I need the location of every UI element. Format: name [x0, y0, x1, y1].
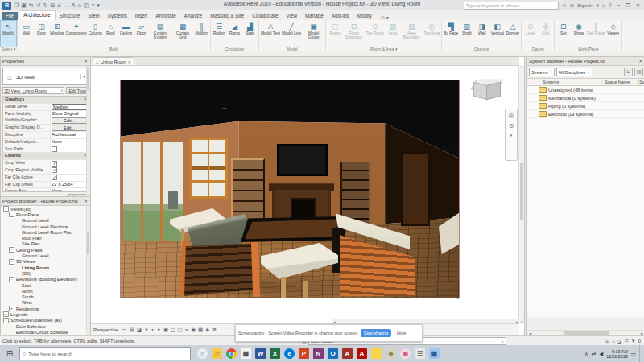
dormer-button[interactable]: △ Dormer	[505, 21, 520, 47]
render-region-icon[interactable]: ▣	[163, 325, 168, 334]
ramp-button[interactable]: ◢ Ramp	[227, 21, 242, 47]
minimize-button[interactable]: ─	[614, 2, 622, 8]
signin-dropdown-icon[interactable]: ▾	[596, 2, 598, 9]
ribbon-display-toggle-icon[interactable]: ⊙ ▾	[381, 14, 389, 20]
tab-add-ins[interactable]: Add-Ins	[328, 12, 353, 20]
settings-icon[interactable]: ☰	[415, 348, 425, 359]
calculator-icon[interactable]: ▦	[241, 348, 251, 359]
patio-chair[interactable]	[168, 191, 178, 209]
show-work-plane-button[interactable]: ◉ Show	[571, 21, 586, 47]
help-icon[interactable]: ?	[609, 2, 612, 9]
network-icon[interactable]: ⇄	[592, 351, 596, 357]
vertical-scrollbar[interactable]: ▲▼	[518, 65, 524, 324]
sun-path-icon[interactable]: ☀	[144, 325, 149, 334]
tree-ceiling-plans[interactable]: - Ceiling Plans	[1, 247, 90, 253]
tab-insert[interactable]: Insert	[131, 12, 152, 20]
show-desktop-button[interactable]	[639, 345, 642, 362]
app-store-icon[interactable]: ⌂	[602, 2, 605, 9]
tree-item[interactable]: Ground Level	[1, 218, 90, 224]
wall-opening-button[interactable]: ◨ Wall	[474, 21, 489, 47]
system-row-mechanical[interactable]: Mechanical (0 systems)	[527, 94, 644, 102]
roof-button[interactable]: ⌂ Roof	[103, 21, 118, 47]
tree-item[interactable]: Ground Level Room Plan	[1, 229, 90, 235]
type-selector[interactable]: ⌂ 3D View ▼	[2, 68, 89, 85]
access-icon[interactable]: A	[342, 348, 353, 359]
tree-item[interactable]: + Legends	[1, 311, 90, 317]
tab-collaborate[interactable]: Collaborate	[248, 12, 282, 20]
wall-button[interactable]: ▭ Wall	[19, 21, 34, 47]
select-links-icon[interactable]: ⊞	[605, 339, 609, 344]
system-browser-header[interactable]: System Browser - House Project.rvt ✕	[527, 57, 644, 66]
detail-level-icon[interactable]: ▤	[130, 325, 134, 334]
tag-room-button[interactable]: ⊙ Tag Room	[365, 21, 385, 47]
column-header[interactable]: Space Number	[638, 80, 644, 84]
chevron-down-icon[interactable]: ▾	[510, 133, 513, 138]
tree-item[interactable]: Site Plan	[1, 241, 90, 247]
model-text-button[interactable]: A Model Text	[260, 21, 281, 47]
locked-view-icon[interactable]: ⊠	[212, 325, 216, 334]
system-row-piping[interactable]: Piping (0 systems)	[527, 102, 644, 110]
file-explorer-icon[interactable]: ▱	[212, 348, 222, 359]
thin-lines-icon[interactable]: ≡	[91, 1, 94, 10]
properties-header[interactable]: Properties ✕	[1, 57, 90, 66]
system-row-electrical[interactable]: + Electrical (19 systems)	[527, 110, 644, 118]
cortana-icon[interactable]: ○	[197, 348, 208, 359]
default-3d-view-icon[interactable]: ⌂	[77, 1, 80, 10]
tab-ann otate[interactable]: Annotate	[152, 12, 180, 20]
onenote-icon[interactable]: N	[313, 348, 324, 359]
stair-button[interactable]: ▟ Stair	[242, 21, 258, 47]
paint3d-icon[interactable]: ◉	[400, 348, 411, 359]
wall-tv[interactable]	[277, 144, 328, 176]
undo-icon[interactable]: ↺	[36, 1, 41, 10]
close-view-icon[interactable]: ✕	[128, 60, 131, 64]
systems-filter-dropdown[interactable]: Systems∨	[529, 68, 555, 76]
bookshelf-left[interactable]	[231, 158, 265, 225]
set-work-plane-button[interactable]: ⊡ Set	[555, 21, 571, 47]
filter-icon[interactable]: ▼	[631, 339, 636, 344]
select-underlay-icon[interactable]: ⌂	[612, 339, 615, 344]
tree-expander-icon[interactable]: -	[9, 212, 14, 217]
curtain-grid-button[interactable]: ▦ Curtain Grid	[171, 21, 194, 47]
account-icon[interactable]: ⊙	[570, 2, 574, 9]
tree-item[interactable]: + Renderings	[1, 306, 90, 311]
redo-icon[interactable]: ↻	[43, 1, 48, 10]
select-pinned-icon[interactable]: ◪	[617, 339, 622, 344]
viewcube[interactable]	[471, 75, 502, 104]
3d-scene[interactable]	[120, 80, 460, 298]
tree-item[interactable]: Ground Level	[1, 253, 90, 258]
edit-type-button[interactable]: Edit Type	[66, 87, 89, 94]
maximize-button[interactable]: ❐	[624, 2, 633, 8]
drawing-area[interactable]: ⌂ Living Room ✕	[90, 56, 525, 335]
acrobat-icon[interactable]: A	[357, 348, 367, 359]
photos-icon[interactable]: ▣	[429, 348, 440, 359]
curtain-system-button[interactable]: ▤ Curtain System	[149, 21, 171, 47]
reveal-hidden-icon[interactable]: ◉	[191, 325, 196, 334]
shaft-button[interactable]: ▥ Shaft	[459, 21, 474, 47]
excel-icon[interactable]: X	[270, 348, 280, 359]
interior-door[interactable]	[401, 152, 430, 226]
tab-analyze[interactable]: Analyze	[180, 12, 206, 20]
volume-icon[interactable]: ◀	[599, 351, 603, 357]
revit-logo[interactable]: R	[2, 2, 11, 10]
bookshelf-right[interactable]	[340, 162, 371, 224]
edge-icon[interactable]: e	[284, 348, 295, 359]
help-search-input[interactable]	[464, 2, 559, 10]
measure-icon[interactable]: ⌀	[57, 1, 60, 10]
tree-expander-icon[interactable]: -	[3, 318, 9, 323]
tab-manage[interactable]: Manage	[301, 12, 328, 20]
level-button[interactable]: ⊖ Level	[522, 21, 538, 47]
ref-plane-button[interactable]: ∥ Ref Plane	[586, 21, 605, 47]
stop-sharing-button[interactable]: Stop sharing	[361, 329, 391, 337]
grid-button[interactable]: ╬ Grid	[538, 21, 553, 47]
tree-expander-icon[interactable]: -	[9, 277, 14, 282]
model-line-button[interactable]: ╱ Model Line	[281, 21, 302, 47]
column-button[interactable]: ▯ Column	[88, 21, 103, 47]
tree-floor-plans[interactable]: - Floor Plans	[1, 212, 90, 217]
save-icon[interactable]: ▣	[21, 1, 27, 10]
area-boundary-button[interactable]: ▨ Area Boundary	[400, 21, 423, 47]
start-button[interactable]: ⊞	[0, 349, 19, 358]
tree-expander-icon[interactable]: -	[9, 247, 14, 253]
tree-item[interactable]: South	[1, 294, 90, 299]
hide-button[interactable]: Hide	[394, 331, 406, 335]
column-header[interactable]: Space Name	[603, 80, 638, 84]
